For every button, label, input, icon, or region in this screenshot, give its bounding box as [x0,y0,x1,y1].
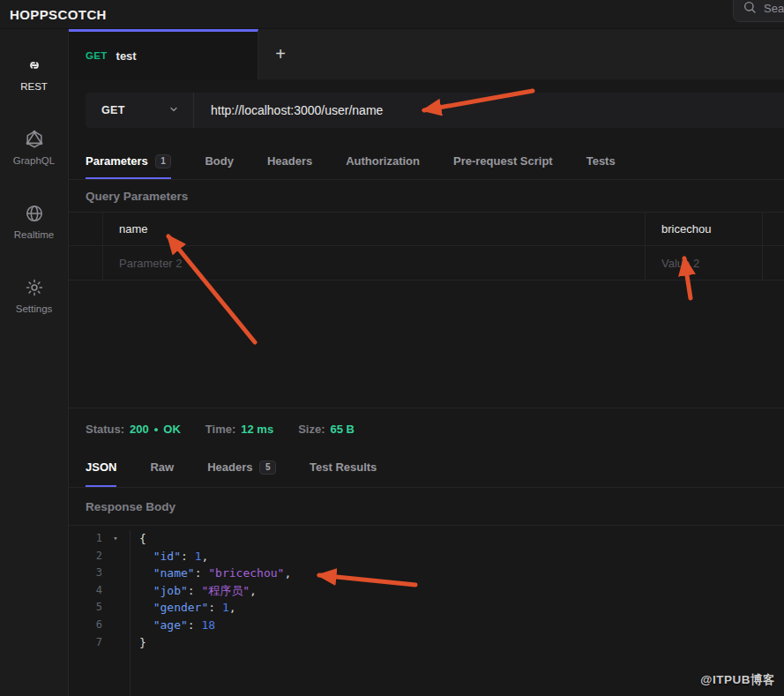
main-layout: REST GraphQL [0,29,784,696]
search-icon [743,0,757,17]
code-line: "age": 18 [139,617,784,634]
code-line: { [139,530,784,548]
param-value-input[interactable]: bricechou [646,213,763,245]
response-meta: Status: 200 • OK Time: 12 ms Size: 65 B [69,408,784,450]
sidebar-item-realtime[interactable]: Realtime [0,186,68,257]
tab-label: Headers [207,460,252,474]
response-size: Size: 65 B [298,423,355,436]
tab-json[interactable]: JSON [86,450,116,487]
app-logo: HOPPSCOTCH [10,7,107,22]
watermark: @ITPUB博客 [700,672,775,688]
sidebar-item-rest[interactable]: REST [0,38,68,109]
gutter-lines: 1▾234567 [69,530,131,696]
sidebar-item-graphql[interactable]: GraphQL [0,112,68,183]
code-lines: { "id": 1, "name": "bricechou", "job": "… [131,530,784,696]
code-line: "id": 1, [139,548,784,565]
url-row: GET [86,93,784,128]
url-bar: GET [86,93,784,128]
query-parameters-heading: Query Parameters [69,180,784,212]
tab-raw[interactable]: Raw [150,450,174,487]
time-value: 12 ms [241,423,273,436]
search-label: Search [764,2,784,15]
param-value-input[interactable]: Value 2 [646,246,763,280]
url-input[interactable] [194,103,784,117]
request-tab-test[interactable]: GET test [69,29,258,79]
tab-authorization[interactable]: Authorization [346,146,420,179]
tab-label: Pre-request Script [453,154,553,168]
code-line: "name": "bricechou", [139,565,784,582]
search-button[interactable]: Search [733,0,784,22]
param-key-input[interactable]: Parameter 2 [103,246,646,280]
tab-headers[interactable]: Headers [267,146,312,179]
status-code: 200 [130,423,149,436]
response-time: Time: 12 ms [205,423,273,436]
row-action-cell[interactable] [763,213,784,245]
request-section-tabs: Parameters 1 Body Headers Authorization … [69,146,784,180]
gear-icon [25,278,44,297]
tab-label: JSON [86,460,116,474]
link-icon [25,56,44,75]
sidebar-item-label: GraphQL [13,155,55,166]
tab-label: Test Results [310,460,377,474]
tab-body[interactable]: Body [205,146,234,179]
row-drag-handle[interactable] [69,213,103,245]
spacer [69,281,784,408]
sidebar-item-label: Settings [16,303,53,314]
param-row: name bricechou [69,212,784,246]
response-section-tabs: JSON Raw Headers 5 Test Results [69,450,784,488]
sidebar-item-label: REST [20,81,48,92]
param-key-input[interactable]: name [103,213,646,245]
headers-count-badge: 5 [259,460,276,475]
size-label: Size: [298,423,325,436]
response-body-editor[interactable]: 1▾234567 { "id": 1, "name": "bricechou",… [69,525,784,696]
tab-parameters[interactable]: Parameters 1 [86,146,171,179]
globe-icon [25,204,44,223]
sidebar-item-label: Realtime [14,229,54,240]
tab-response-headers[interactable]: Headers 5 [207,450,276,487]
method-selector[interactable]: GET [86,93,194,128]
sidebar: REST GraphQL [0,29,69,696]
tab-label: Raw [150,460,174,474]
tab-name-label: test [116,49,137,63]
tab-test-results[interactable]: Test Results [310,450,377,487]
hoppscotch-app: HOPPSCOTCH Search REST [0,0,784,696]
size-value: 65 B [330,423,354,436]
tab-label: Tests [586,154,616,168]
status-text: OK [163,423,181,436]
tab-method-label: GET [86,50,108,61]
code-line: "job": "程序员", [139,582,784,600]
row-action-cell[interactable] [763,246,784,280]
sidebar-item-settings[interactable]: Settings [0,260,68,331]
code-line: } [139,634,784,652]
chevron-down-icon [168,102,179,118]
method-label: GET [101,104,125,116]
status-separator: • [154,423,159,436]
request-tab-strip: GET test + [69,29,784,79]
tab-label: Headers [267,154,312,168]
graphql-icon [25,130,44,149]
code-line: "gender": 1, [139,599,784,617]
app-header: HOPPSCOTCH Search [0,0,784,29]
response-body-heading: Response Body [69,488,784,525]
tab-label: Body [205,154,234,168]
tab-pre-request-script[interactable]: Pre-request Script [453,146,553,179]
status-label: Status: [86,423,124,436]
time-label: Time: [205,423,235,436]
row-drag-handle[interactable] [69,246,103,280]
tab-tests[interactable]: Tests [586,146,616,179]
tab-label: Parameters [86,154,148,168]
add-tab-button[interactable]: + [260,29,301,79]
query-params-table: name bricechou Parameter 2 Value 2 [69,212,784,281]
parameters-count-badge: 1 [155,154,172,168]
request-panel: GET test + GET [69,29,784,696]
tab-label: Authorization [346,154,420,168]
response-status: Status: 200 • OK [86,423,181,436]
param-row: Parameter 2 Value 2 [69,246,784,281]
